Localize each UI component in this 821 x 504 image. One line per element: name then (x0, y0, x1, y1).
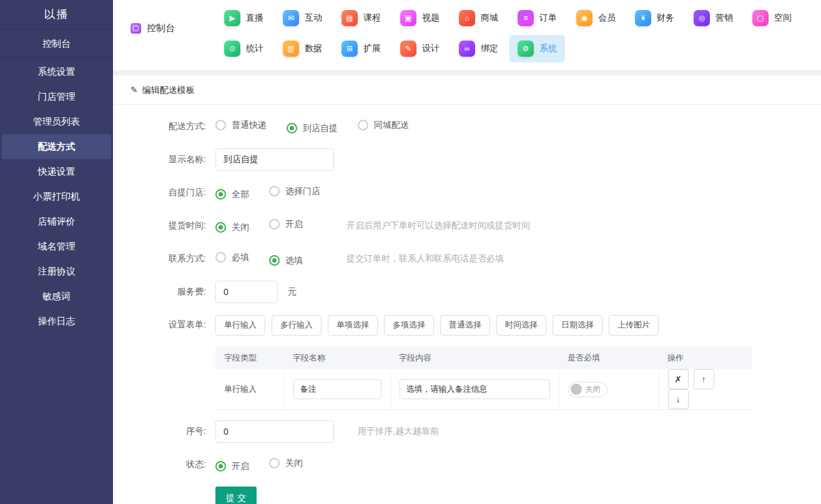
field-content-input[interactable] (400, 379, 550, 399)
nav-item-order[interactable]: ≡订单 (518, 10, 557, 26)
required-toggle[interactable]: 关闭 (568, 382, 607, 397)
sidebar-item[interactable]: 域名管理 (2, 234, 111, 259)
nav-item-marketing[interactable]: ◎营销 (694, 10, 733, 26)
field-label: 联系方式: (113, 253, 215, 264)
nav-item-label: 系统 (539, 43, 557, 54)
sidebar-item[interactable]: 快递设置 (2, 159, 111, 184)
submit-button[interactable]: 提 交 (215, 487, 257, 504)
radio-option[interactable]: 普通快递 (215, 120, 267, 131)
field-label: 服务费: (113, 286, 215, 298)
field-label: 状态: (113, 459, 215, 470)
nav-item-design[interactable]: ✎设计 (400, 41, 440, 57)
radio-dot (215, 189, 226, 200)
form-builder-button[interactable]: 多项选择 (384, 315, 434, 336)
display-name-input[interactable] (215, 148, 334, 171)
form-builder-button[interactable]: 上传图片 (609, 315, 659, 336)
radio-option[interactable]: 到店自提 (287, 123, 338, 134)
nav-item-course[interactable]: ▤课程 (342, 10, 381, 26)
move-down-button[interactable]: ↓ (668, 389, 689, 409)
sidebar-item[interactable]: 注册协议 (2, 259, 111, 284)
form-builder-button[interactable]: 普通选择 (440, 315, 490, 336)
actions-cell: ✗↑↓ (659, 369, 752, 410)
sidebar-item[interactable]: 配送方式 (2, 134, 111, 159)
sidebar-item[interactable]: 小票打印机 (2, 184, 111, 209)
field-label: 显示名称: (113, 154, 215, 165)
radio-option[interactable]: 选择门店 (269, 186, 320, 197)
app-brand: 以播 (0, 0, 113, 29)
nav-item-label: 设计 (422, 43, 440, 54)
nav-item-label: 空间 (774, 12, 792, 24)
toggle-knob (571, 384, 582, 395)
radio-option[interactable]: 开启 (215, 461, 249, 472)
console-breadcrumb[interactable]: 控制台 (130, 22, 175, 34)
form-row-sort: 序号: 用于排序,越大越靠前 (113, 420, 821, 443)
radio-option[interactable]: 选填 (269, 255, 303, 266)
service-fee-unit: 元 (288, 286, 297, 298)
extension-icon: ⊞ (342, 41, 358, 57)
nav-item-label: 商城 (481, 12, 498, 24)
radio-option[interactable]: 关闭 (269, 458, 303, 469)
table-header-cell: 字段类型 (215, 347, 284, 369)
radio-label: 开启 (232, 461, 249, 472)
service-fee-input[interactable] (215, 281, 278, 303)
nav-item-finance[interactable]: ¥财务 (635, 10, 674, 26)
toggle-label: 关闭 (586, 384, 601, 395)
sidebar-item[interactable]: 敏感词 (2, 284, 111, 309)
nav-item-live[interactable]: ▶直播 (224, 10, 263, 26)
live-icon: ▶ (224, 10, 240, 26)
form-builder-button[interactable]: 时间选择 (496, 315, 546, 336)
radio-label: 必填 (232, 252, 249, 263)
table-header-cell: 操作 (659, 347, 752, 369)
nav-item-member[interactable]: ◉会员 (576, 10, 616, 26)
radio-dot (215, 222, 226, 233)
sidebar-item[interactable]: 操作日志 (2, 309, 111, 334)
interact-icon: ✉ (283, 10, 299, 26)
sort-order-input[interactable] (215, 420, 334, 443)
radio-option[interactable]: 全部 (215, 189, 249, 200)
radio-option[interactable]: 关闭 (215, 222, 249, 233)
move-up-button[interactable]: ↑ (694, 369, 714, 389)
space-icon: ▢ (752, 10, 769, 26)
field-label: 设置表单: (113, 319, 215, 331)
pickup-time-hint: 开启后用户下单时可以选择配送时间或提货时间 (347, 220, 530, 231)
radio-option[interactable]: 必填 (215, 252, 249, 263)
nav-item-label: 订单 (539, 12, 557, 24)
radio-option[interactable]: 同城配送 (358, 120, 409, 131)
nav-item-video-topic[interactable]: ▣视题 (400, 10, 440, 26)
form-builder-button[interactable]: 单行输入 (215, 315, 265, 336)
nav-item-data[interactable]: ▥数据 (283, 41, 322, 57)
nav-item-system[interactable]: ⚙系统 (509, 35, 565, 62)
radio-dot (269, 458, 280, 468)
order-icon: ≡ (518, 10, 534, 26)
nav-item-label: 财务 (657, 12, 674, 24)
form-builder-button[interactable]: 日期选择 (553, 315, 602, 336)
form-builder-button[interactable]: 多行输入 (272, 315, 322, 336)
form-row-pickup-store: 自提门店: 全部选择门店 (113, 182, 821, 204)
sort-hint: 用于排序,越大越靠前 (358, 426, 439, 437)
nav-item-interact[interactable]: ✉互动 (283, 10, 322, 26)
sidebar-item-console[interactable]: 控制台 (0, 29, 113, 58)
required-cell: 关闭 (559, 369, 659, 410)
nav-item-space[interactable]: ▢空间 (752, 10, 792, 26)
content-divider (113, 70, 821, 75)
sidebar-item[interactable]: 门店管理 (2, 84, 111, 109)
form-builder-button[interactable]: 单项选择 (328, 315, 378, 336)
nav-item-binding[interactable]: ∞绑定 (459, 41, 498, 57)
sidebar-item[interactable]: 店铺评价 (2, 209, 111, 234)
marketing-icon: ◎ (694, 10, 710, 26)
field-name-input[interactable] (293, 379, 381, 399)
radio-label: 关闭 (232, 222, 249, 233)
member-icon: ◉ (576, 10, 592, 26)
nav-item-extension[interactable]: ⊞扩展 (342, 41, 381, 57)
form-row-form-builder: 设置表单: 单行输入多行输入单项选择多项选择普通选择时间选择日期选择上传图片 (113, 314, 821, 336)
nav-item-stats[interactable]: ⊙统计 (224, 41, 263, 57)
delete-field-button[interactable]: ✗ (668, 369, 689, 389)
sidebar-item[interactable]: 管理员列表 (2, 109, 111, 134)
video-topic-icon: ▣ (400, 10, 416, 26)
radio-option[interactable]: 开启 (269, 219, 303, 230)
sidebar: 以播 控制台 系统设置门店管理管理员列表配送方式快递设置小票打印机店铺评价域名管… (0, 0, 113, 504)
sidebar-item[interactable]: 系统设置 (2, 59, 111, 84)
nav-item-mall[interactable]: ⌂商城 (459, 10, 498, 26)
radio-dot (215, 120, 226, 130)
field-label: 自提门店: (113, 187, 215, 198)
